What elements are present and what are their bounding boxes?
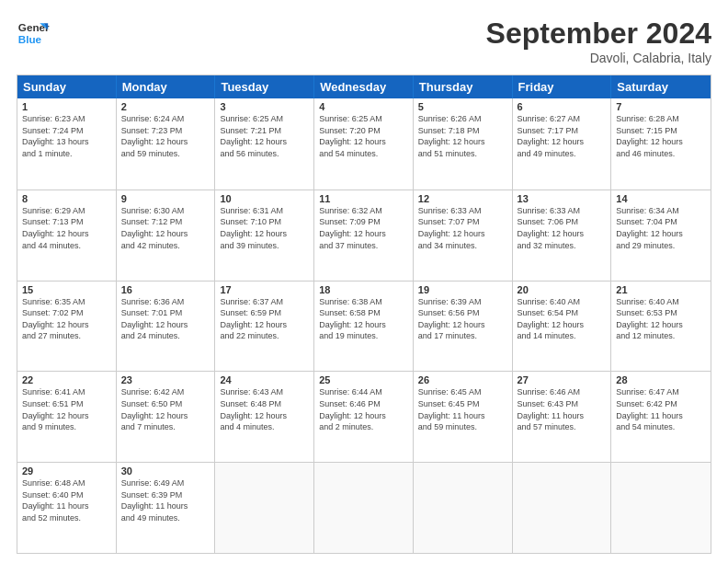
page: General Blue September 2024 Davoli, Cala…: [0, 0, 728, 563]
day-10: 10Sunrise: 6:31 AM Sunset: 7:10 PM Dayli…: [215, 190, 314, 281]
day-27: 27Sunrise: 6:46 AM Sunset: 6:43 PM Dayli…: [513, 372, 612, 462]
day-28: 28Sunrise: 6:47 AM Sunset: 6:42 PM Dayli…: [611, 372, 711, 462]
week-row-3: 15Sunrise: 6:35 AM Sunset: 7:02 PM Dayli…: [17, 281, 711, 372]
day-11: 11Sunrise: 6:32 AM Sunset: 7:09 PM Dayli…: [314, 190, 414, 281]
week-row-2: 8Sunrise: 6:29 AM Sunset: 7:13 PM Daylig…: [17, 190, 711, 281]
header-saturday: Saturday: [611, 75, 711, 98]
day-17: 17Sunrise: 6:37 AM Sunset: 6:59 PM Dayli…: [215, 282, 314, 372]
day-19: 19Sunrise: 6:39 AM Sunset: 6:56 PM Dayli…: [414, 282, 513, 372]
day-5: 5Sunrise: 6:26 AM Sunset: 7:18 PM Daylig…: [414, 98, 513, 190]
day-12: 12Sunrise: 6:33 AM Sunset: 7:07 PM Dayli…: [414, 190, 513, 281]
day-2: 2Sunrise: 6:24 AM Sunset: 7:23 PM Daylig…: [117, 98, 216, 190]
day-1: 1Sunrise: 6:23 AM Sunset: 7:24 PM Daylig…: [17, 98, 117, 190]
day-24: 24Sunrise: 6:43 AM Sunset: 6:48 PM Dayli…: [215, 372, 314, 462]
empty-cell: [414, 463, 513, 553]
svg-text:Blue: Blue: [18, 33, 42, 45]
header-tuesday: Tuesday: [215, 75, 314, 98]
header-friday: Friday: [513, 75, 612, 98]
calendar-header: Sunday Monday Tuesday Wednesday Thursday…: [17, 75, 711, 98]
header-sunday: Sunday: [17, 75, 117, 98]
header: General Blue September 2024 Davoli, Cala…: [17, 17, 711, 65]
month-title: September 2024: [486, 17, 711, 51]
day-20: 20Sunrise: 6:40 AM Sunset: 6:54 PM Dayli…: [513, 282, 612, 372]
day-22: 22Sunrise: 6:41 AM Sunset: 6:51 PM Dayli…: [17, 372, 117, 462]
day-23: 23Sunrise: 6:42 AM Sunset: 6:50 PM Dayli…: [117, 372, 216, 462]
day-6: 6Sunrise: 6:27 AM Sunset: 7:17 PM Daylig…: [513, 98, 612, 190]
day-18: 18Sunrise: 6:38 AM Sunset: 6:58 PM Dayli…: [314, 282, 414, 372]
header-thursday: Thursday: [414, 75, 513, 98]
day-3: 3Sunrise: 6:25 AM Sunset: 7:21 PM Daylig…: [215, 98, 314, 190]
day-26: 26Sunrise: 6:45 AM Sunset: 6:45 PM Dayli…: [414, 372, 513, 462]
week-row-1: 1Sunrise: 6:23 AM Sunset: 7:24 PM Daylig…: [17, 98, 711, 190]
empty-cell: [611, 463, 711, 553]
day-9: 9Sunrise: 6:30 AM Sunset: 7:12 PM Daylig…: [117, 190, 216, 281]
day-15: 15Sunrise: 6:35 AM Sunset: 7:02 PM Dayli…: [17, 282, 117, 372]
empty-cell: [314, 463, 414, 553]
header-monday: Monday: [117, 75, 216, 98]
day-4: 4Sunrise: 6:25 AM Sunset: 7:20 PM Daylig…: [314, 98, 414, 190]
day-14: 14Sunrise: 6:34 AM Sunset: 7:04 PM Dayli…: [611, 190, 711, 281]
week-row-4: 22Sunrise: 6:41 AM Sunset: 6:51 PM Dayli…: [17, 371, 711, 462]
week-row-5: 29Sunrise: 6:48 AM Sunset: 6:40 PM Dayli…: [17, 462, 711, 553]
day-21: 21Sunrise: 6:40 AM Sunset: 6:53 PM Dayli…: [611, 282, 711, 372]
day-16: 16Sunrise: 6:36 AM Sunset: 7:01 PM Dayli…: [117, 282, 216, 372]
day-7: 7Sunrise: 6:28 AM Sunset: 7:15 PM Daylig…: [611, 98, 711, 190]
day-25: 25Sunrise: 6:44 AM Sunset: 6:46 PM Dayli…: [314, 372, 414, 462]
logo: General Blue: [17, 17, 50, 50]
calendar-body: 1Sunrise: 6:23 AM Sunset: 7:24 PM Daylig…: [17, 98, 711, 553]
empty-cell: [215, 463, 314, 553]
day-30: 30Sunrise: 6:49 AM Sunset: 6:39 PM Dayli…: [117, 463, 216, 553]
location: Davoli, Calabria, Italy: [486, 51, 711, 65]
day-8: 8Sunrise: 6:29 AM Sunset: 7:13 PM Daylig…: [17, 190, 117, 281]
day-29: 29Sunrise: 6:48 AM Sunset: 6:40 PM Dayli…: [17, 463, 117, 553]
logo-icon: General Blue: [17, 17, 50, 50]
day-13: 13Sunrise: 6:33 AM Sunset: 7:06 PM Dayli…: [513, 190, 612, 281]
header-wednesday: Wednesday: [314, 75, 414, 98]
calendar: Sunday Monday Tuesday Wednesday Thursday…: [17, 75, 711, 554]
empty-cell: [513, 463, 612, 553]
title-block: September 2024 Davoli, Calabria, Italy: [486, 17, 711, 65]
